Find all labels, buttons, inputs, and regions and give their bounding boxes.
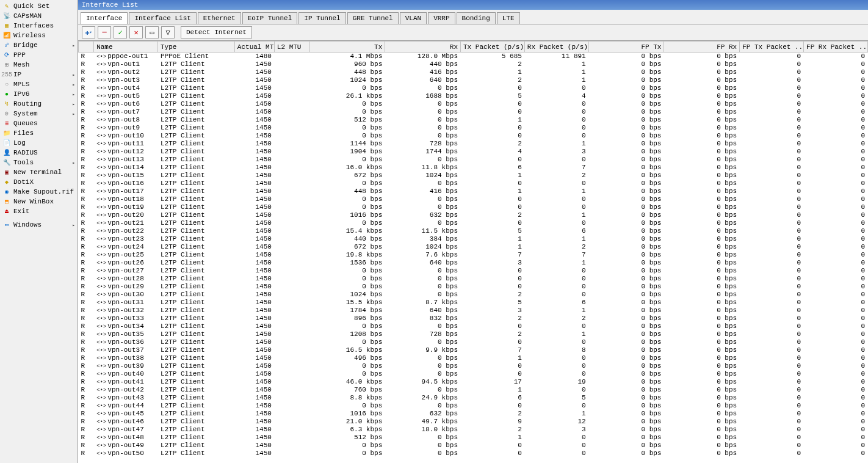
table-row[interactable]: R<•>vpn-out40L2TP Client14500 bps0 bps00… bbox=[79, 370, 868, 378]
table-row[interactable]: R<•>vpn-out30L2TP Client14501024 bps0 bp… bbox=[79, 291, 868, 299]
table-row[interactable]: R<•>vpn-out16L2TP Client14500 bps0 bps00… bbox=[79, 180, 868, 188]
table-row[interactable]: R<•>vpn-out25L2TP Client145019.8 kbps7.6… bbox=[79, 251, 868, 259]
comment-button[interactable]: ▭ bbox=[145, 26, 159, 38]
table-row[interactable]: R<•>vpn-out45L2TP Client14501016 bps632 … bbox=[79, 410, 868, 418]
column-header[interactable]: FP Tx bbox=[588, 42, 664, 53]
table-row[interactable]: R<•>vpn-out19L2TP Client14500 bps0 bps00… bbox=[79, 203, 868, 211]
table-row[interactable]: R<•>vpn-out29L2TP Client14500 bps0 bps00… bbox=[79, 283, 868, 291]
table-row[interactable]: R<•>vpn-out34L2TP Client14500 bps0 bps00… bbox=[79, 323, 868, 330]
sidebar-item-queues[interactable]: ≣Queues bbox=[0, 118, 78, 128]
table-row[interactable]: R<•>vpn-out10L2TP Client14500 bps0 bps00… bbox=[79, 132, 868, 140]
tab-lte[interactable]: LTE bbox=[497, 12, 520, 24]
table-row[interactable]: R<•>vpn-out42L2TP Client1450760 bps0 bps… bbox=[79, 386, 868, 394]
sidebar-item-new-terminal[interactable]: ▣New Terminal bbox=[0, 167, 78, 177]
sidebar-item-interfaces[interactable]: ▦Interfaces bbox=[0, 21, 78, 31]
sidebar-item-radius[interactable]: 👤RADIUS bbox=[0, 148, 78, 158]
sidebar-item-mpls[interactable]: ○MPLS▸ bbox=[0, 79, 78, 89]
sidebar-item-files[interactable]: 📁Files bbox=[0, 128, 78, 138]
table-row[interactable]: R<•>vpn-out3L2TP Client14501024 bps640 b… bbox=[79, 76, 868, 84]
sidebar-item-new-winbox[interactable]: ⬒New WinBox bbox=[0, 197, 78, 206]
tab-eoip-tunnel[interactable]: EoIP Tunnel bbox=[242, 12, 298, 24]
sidebar-item-capsman[interactable]: 📡CAPsMAN bbox=[0, 11, 78, 21]
column-header[interactable]: Type bbox=[158, 42, 235, 53]
add-button[interactable]: ✚▾ bbox=[82, 26, 95, 38]
table-row[interactable]: R<•>vpn-out4L2TP Client14500 bps0 bps000… bbox=[79, 84, 868, 92]
column-header[interactable]: Rx Packet (p/s) bbox=[524, 42, 588, 53]
table-row[interactable]: R<•>vpn-out22L2TP Client145015.4 kbps11.… bbox=[79, 227, 868, 235]
table-row[interactable]: R<•>vpn-out44L2TP Client14500 bps0 bps00… bbox=[79, 402, 868, 410]
table-row[interactable]: R<•>vpn-out12L2TP Client14501904 bps1744… bbox=[79, 148, 868, 156]
detect-internet-button[interactable]: Detect Internet bbox=[181, 26, 252, 38]
table-row[interactable]: R<•>vpn-out28L2TP Client14500 bps0 bps00… bbox=[79, 275, 868, 283]
tab-vrrp[interactable]: VRRP bbox=[428, 12, 455, 24]
sidebar-item-ipv6[interactable]: ●IPv6▸ bbox=[0, 89, 78, 99]
table-row[interactable]: R<•>vpn-out15L2TP Client1450672 bps1024 … bbox=[79, 172, 868, 180]
table-row[interactable]: R<•>vpn-out20L2TP Client14501016 bps632 … bbox=[79, 211, 868, 219]
table-row[interactable]: R<•>vpn-out1L2TP Client1450960 bps440 bp… bbox=[79, 60, 868, 68]
sidebar-item-bridge[interactable]: ☍Bridge▸ bbox=[0, 40, 78, 50]
tab-gre-tunnel[interactable]: GRE Tunnel bbox=[347, 12, 399, 24]
column-header[interactable] bbox=[79, 42, 94, 53]
table-row[interactable]: R<•>vpn-out39L2TP Client14500 bps0 bps00… bbox=[79, 362, 868, 370]
tab-ip-tunnel[interactable]: IP Tunnel bbox=[298, 12, 345, 24]
window-title[interactable]: Interface List bbox=[78, 0, 868, 10]
column-header[interactable]: Rx bbox=[385, 42, 461, 53]
table-row[interactable]: R<•>vpn-out9L2TP Client14500 bps0 bps000… bbox=[79, 124, 868, 132]
table-row[interactable]: R<•>vpn-out27L2TP Client14500 bps0 bps00… bbox=[79, 267, 868, 275]
table-row[interactable]: R<•>vpn-out23L2TP Client1450440 bps384 b… bbox=[79, 235, 868, 243]
interface-table-wrap[interactable]: NameTypeActual MTUL2 MTUTxRxTx Packet (p… bbox=[78, 41, 868, 463]
enable-button[interactable]: ✓ bbox=[114, 26, 127, 38]
tab-ethernet[interactable]: Ethernet bbox=[198, 12, 241, 24]
tab-bonding[interactable]: Bonding bbox=[457, 12, 496, 24]
remove-button[interactable]: — bbox=[98, 26, 111, 38]
sidebar-item-tools[interactable]: 🔧Tools▸ bbox=[0, 158, 78, 167]
table-row[interactable]: R<•>vpn-out36L2TP Client14500 bps0 bps00… bbox=[79, 338, 868, 346]
column-header[interactable]: Tx bbox=[309, 42, 385, 53]
table-row[interactable]: R<•>vpn-out33L2TP Client1450896 bps832 b… bbox=[79, 315, 868, 323]
table-row[interactable]: R<•>vpn-out35L2TP Client14501208 bps728 … bbox=[79, 330, 868, 338]
table-row[interactable]: R<•>vpn-out14L2TP Client145016.0 kbps11.… bbox=[79, 164, 868, 172]
table-row[interactable]: R<•>vpn-out7L2TP Client14500 bps0 bps000… bbox=[79, 108, 868, 116]
column-header[interactable]: Tx Packet (p/s) bbox=[461, 42, 525, 53]
sidebar-item-exit[interactable]: ⏏Exit bbox=[0, 206, 78, 216]
sidebar-item-system[interactable]: ⚙System▸ bbox=[0, 109, 78, 118]
table-row[interactable]: R<•>vpn-out6L2TP Client14500 bps0 bps000… bbox=[79, 100, 868, 108]
sidebar-item-wireless[interactable]: 📶Wireless bbox=[0, 31, 78, 40]
table-row[interactable]: R<•>vpn-out47L2TP Client14506.3 kbps18.0… bbox=[79, 426, 868, 434]
table-row[interactable]: R<•>vpn-out38L2TP Client1450496 bps0 bps… bbox=[79, 354, 868, 362]
sidebar-item-ip[interactable]: 255IP▸ bbox=[0, 70, 78, 79]
column-header[interactable]: FP Rx Packet ... bbox=[804, 42, 868, 53]
table-row[interactable]: R<•>vpn-out17L2TP Client1450448 bps416 b… bbox=[79, 188, 868, 195]
table-row[interactable]: R<•>vpn-out26L2TP Client14501536 bps640 … bbox=[79, 259, 868, 267]
column-header[interactable]: FP Tx Packet ... bbox=[740, 42, 804, 53]
table-row[interactable]: R<•>vpn-out8L2TP Client1450512 bps0 bps1… bbox=[79, 116, 868, 124]
table-row[interactable]: R<•>vpn-out2L2TP Client1450448 bps416 bp… bbox=[79, 68, 868, 76]
filter-button[interactable]: ▽ bbox=[161, 26, 175, 38]
column-header[interactable]: FP Rx bbox=[664, 42, 740, 53]
table-row[interactable]: R<•>vpn-out41L2TP Client145046.0 kbps94.… bbox=[79, 378, 868, 386]
table-row[interactable]: R<•>vpn-out43L2TP Client14508.8 kbps24.9… bbox=[79, 394, 868, 402]
sidebar-item-windows[interactable]: ▭Windows▸ bbox=[0, 220, 78, 230]
table-row[interactable]: R<•>vpn-out11L2TP Client14501144 bps728 … bbox=[79, 140, 868, 148]
table-row[interactable]: R<•>vpn-out24L2TP Client1450672 bps1024 … bbox=[79, 243, 868, 251]
tab-vlan[interactable]: VLAN bbox=[400, 12, 427, 24]
sidebar-item-mesh[interactable]: ⊞Mesh bbox=[0, 60, 78, 70]
table-row[interactable]: R<•>vpn-out50L2TP Client14500 bps0 bps00… bbox=[79, 450, 868, 458]
column-header[interactable]: Actual MTU bbox=[234, 42, 274, 53]
column-header[interactable]: Name bbox=[94, 42, 158, 53]
table-row[interactable]: R<•>vpn-out21L2TP Client14500 bps0 bps00… bbox=[79, 219, 868, 227]
tab-interface-list[interactable]: Interface List bbox=[129, 12, 196, 24]
table-row[interactable]: R<•>vpn-out13L2TP Client14500 bps0 bps00… bbox=[79, 156, 868, 164]
table-row[interactable]: R<•>vpn-out46L2TP Client145021.0 kbps49.… bbox=[79, 418, 868, 426]
table-row[interactable]: R<•>vpn-out18L2TP Client14500 bps0 bps00… bbox=[79, 195, 868, 203]
sidebar-item-quick-set[interactable]: ✎Quick Set bbox=[0, 1, 78, 11]
sidebar-item-routing[interactable]: ↯Routing▸ bbox=[0, 99, 78, 109]
table-row[interactable]: R<•>vpn-out49L2TP Client14500 bps0 bps00… bbox=[79, 442, 868, 450]
sidebar-item-make-supout.rif[interactable]: ◉Make Supout.rif bbox=[0, 187, 78, 197]
sidebar-item-ppp[interactable]: ⟳PPP bbox=[0, 50, 78, 60]
table-row[interactable]: R<•>vpn-out5L2TP Client145026.1 kbps1688… bbox=[79, 92, 868, 100]
table-row[interactable]: R<•>vpn-out37L2TP Client145016.5 kbps9.9… bbox=[79, 346, 868, 354]
column-header[interactable]: L2 MTU bbox=[274, 42, 309, 53]
table-row[interactable]: R<•>vpn-out48L2TP Client1450512 bps0 bps… bbox=[79, 434, 868, 442]
table-row[interactable]: R<•>vpn-out31L2TP Client145015.5 kbps8.7… bbox=[79, 299, 868, 307]
